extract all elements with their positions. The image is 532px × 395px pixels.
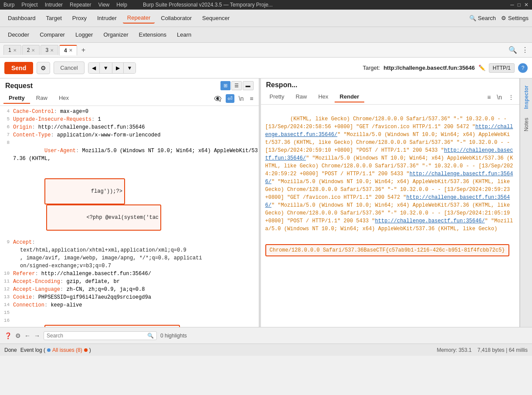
nav-search[interactable]: 🔍 Search: [469, 15, 496, 21]
tab-2[interactable]: 2 ✕: [22, 45, 40, 55]
tab-1-close[interactable]: ✕: [13, 48, 17, 53]
search-icon: 🔍: [469, 15, 476, 21]
view-split-btn[interactable]: ⊞: [220, 81, 230, 90]
prev-button[interactable]: ◀: [88, 63, 100, 73]
back-icon[interactable]: ←: [24, 332, 30, 339]
tab-2-label: 2: [27, 47, 30, 53]
minimize-btn[interactable]: ─: [510, 2, 514, 8]
menu-help[interactable]: Help: [116, 2, 127, 8]
menu-project[interactable]: Project: [21, 2, 37, 8]
nav-collaborator[interactable]: Collaborator: [156, 13, 196, 23]
prev-dropdown[interactable]: ▼: [100, 63, 112, 73]
menu-view[interactable]: View: [98, 2, 109, 8]
search-box[interactable]: 🔍: [44, 331, 157, 340]
nav-sequencer[interactable]: Sequencer: [198, 13, 234, 23]
tab-2-close[interactable]: ✕: [31, 48, 35, 53]
request-panel: Request ⊞ ☰ ▬ Pretty Raw Hex 👁‍🗨 ⏎ \n ≡: [0, 78, 259, 327]
tab-search-icon[interactable]: 🔍: [508, 46, 517, 54]
search-box-icon: 🔍: [147, 333, 154, 339]
menu-intruder[interactable]: Intruder: [45, 2, 63, 8]
response-tabs: Pretty Raw Hex Render ≡ \n ⋮: [261, 90, 520, 105]
gear-button[interactable]: ⚙: [37, 62, 50, 74]
next-button[interactable]: ▶: [112, 63, 124, 73]
settings-circle-icon[interactable]: ⚙: [15, 332, 21, 339]
titlebar: Burp Project Intruder Repeater View Help…: [0, 0, 532, 10]
tab-menu-icon[interactable]: ⋮: [522, 46, 529, 54]
nav-logger[interactable]: Logger: [71, 30, 97, 40]
menu-burp[interactable]: Burp: [3, 2, 14, 8]
event-log-tab[interactable]: Event log ( All issues (8) ): [20, 347, 91, 353]
event-log-dot-blue: [47, 348, 51, 352]
response-code-area[interactable]: (KHTML, like Gecko) Chrome/128.0.0.0 Saf…: [261, 105, 520, 327]
response-tab-icons: ≡ \n ⋮: [485, 93, 516, 102]
forward-icon[interactable]: →: [34, 332, 40, 339]
tab-1[interactable]: 1 ✕: [3, 45, 21, 55]
nav-organizer[interactable]: Organizer: [99, 30, 132, 40]
code-line-13: 13 Cookie: PHPSESSID=gif96i4l7aeu2qq9src…: [0, 293, 259, 301]
bytes-label: 7,418 bytes | 64 millis: [478, 347, 528, 353]
tab-add-button[interactable]: +: [78, 44, 89, 56]
nav-dashboard[interactable]: Dashboard: [3, 13, 40, 23]
tabs-row: 1 ✕ 2 ✕ 3 ✕ 4 ✕ + 🔍 ⋮: [0, 43, 532, 58]
menu-repeater[interactable]: Repeater: [70, 2, 91, 8]
response-tab-pretty[interactable]: Pretty: [264, 92, 290, 102]
maximize-btn[interactable]: □: [518, 2, 521, 8]
sidebar-notes-tab[interactable]: Notes: [522, 114, 531, 135]
view-single2-btn[interactable]: ▬: [243, 81, 254, 90]
tab-1-label: 1: [8, 47, 11, 53]
close-btn[interactable]: ✕: [524, 2, 529, 8]
response-list-icon[interactable]: ≡: [485, 93, 492, 102]
response-menu-icon[interactable]: ⋮: [506, 93, 516, 102]
tab-4-close[interactable]: ✕: [69, 48, 72, 53]
titlebar-title: Burp Suite Professional v2024.3.5 — Temp…: [143, 2, 273, 8]
response-tab-render[interactable]: Render: [335, 92, 365, 102]
status-right: Memory: 353.1 7,418 bytes | 64 millis: [437, 347, 528, 353]
tab-3-close[interactable]: ✕: [50, 48, 54, 53]
code-line-5: 5 Upgrade-Insecure-Requests: 1: [0, 116, 259, 123]
response-newline-icon[interactable]: \n: [495, 93, 504, 102]
request-tab-hex[interactable]: Hex: [54, 93, 74, 104]
next-dropdown[interactable]: ▼: [124, 63, 136, 73]
tab-4[interactable]: 4 ✕: [59, 45, 77, 55]
edit-icon[interactable]: ✏️: [478, 65, 485, 71]
request-tab-pretty[interactable]: Pretty: [3, 93, 30, 104]
code-line-14: 14 Connection: keep-alive: [0, 301, 259, 309]
request-tab-raw[interactable]: Raw: [31, 93, 53, 104]
nav-intruder[interactable]: Intruder: [93, 13, 121, 23]
response-tab-raw[interactable]: Raw: [290, 92, 312, 102]
target-url: http://challenge.basectf.fun:35646: [383, 65, 475, 71]
newline-icon[interactable]: \n: [237, 94, 246, 103]
all-issues-link[interactable]: All issues (8): [52, 347, 82, 353]
request-code-area[interactable]: 4 Cache-Control: max-age=0 5 Upgrade-Ins…: [0, 106, 259, 327]
code-line-9b: , image/avif, image/webp, image/apng, */…: [0, 254, 259, 262]
word-wrap-icon[interactable]: ⏎: [226, 94, 234, 103]
eye-slash-icon[interactable]: 👁‍🗨: [212, 94, 223, 103]
send-button[interactable]: Send: [4, 62, 33, 74]
cancel-button[interactable]: Cancel: [54, 61, 84, 74]
view-single1-btn[interactable]: ☰: [231, 81, 242, 90]
nav-proxy[interactable]: Proxy: [68, 13, 91, 23]
nav-repeater[interactable]: Repeater: [123, 13, 155, 24]
help-button[interactable]: ?: [518, 63, 528, 73]
response-tab-hex[interactable]: Hex: [313, 92, 333, 102]
code-line-8: 8 User-Agent: Mozilla/5.0 (Windows NT 10…: [0, 139, 259, 170]
nav-learn[interactable]: Learn: [173, 30, 196, 40]
nav-target[interactable]: Target: [42, 13, 66, 23]
target-info: Target: http://challenge.basectf.fun:356…: [363, 63, 528, 73]
nav-comparer[interactable]: Comparer: [35, 30, 69, 40]
nav-settings-label[interactable]: Settings: [508, 15, 529, 21]
nav-arrows: ◀ ▼ ▶ ▼: [88, 62, 136, 74]
code-line-16: 16 incompetent=HelloWorld&Datch=/var/log…: [0, 317, 259, 327]
search-input[interactable]: [47, 333, 146, 339]
settings-icon[interactable]: ⚙: [501, 15, 506, 21]
nav-decoder[interactable]: Decoder: [3, 30, 34, 40]
tab-4-label: 4: [64, 48, 67, 54]
http-version[interactable]: HTTP/1: [489, 63, 515, 73]
tab-3[interactable]: 3 ✕: [41, 45, 58, 55]
nav-search-label[interactable]: Search: [478, 15, 496, 21]
help-circle-icon[interactable]: ❓: [4, 332, 12, 339]
list-icon[interactable]: ≡: [248, 94, 255, 103]
highlights-count: 0 highlights: [160, 333, 187, 339]
nav-extensions[interactable]: Extensions: [135, 30, 171, 40]
sidebar-inspector-tab[interactable]: Inspector: [522, 82, 531, 112]
